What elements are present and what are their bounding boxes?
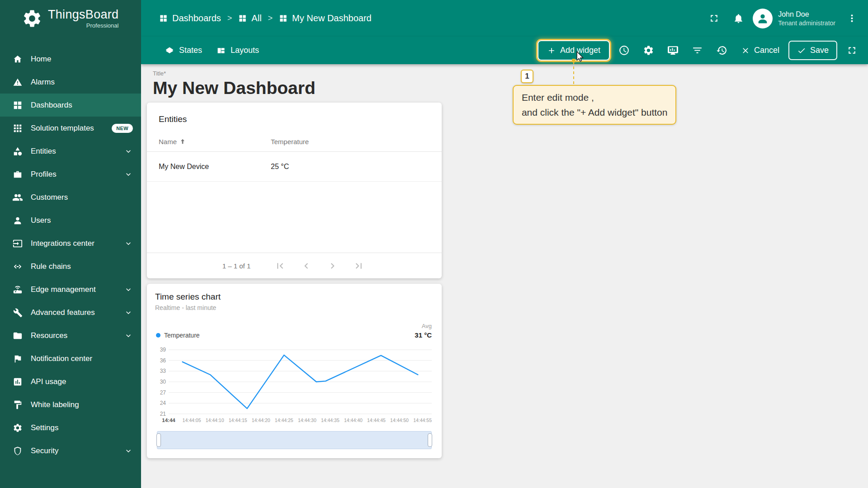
version-control-button[interactable] [712, 41, 732, 61]
sidebar-item-profiles[interactable]: Profiles [0, 163, 141, 186]
timewindow-label: Realtime - last minute [155, 304, 216, 311]
annotation-line-2: and click the "+ Add widget" button [522, 105, 668, 120]
svg-text:14:44:50: 14:44:50 [390, 418, 409, 423]
sidebar-item-label: White labeling [31, 400, 79, 409]
input-icon [13, 239, 23, 249]
layouts-button[interactable]: Layouts [209, 42, 266, 59]
person-icon [13, 216, 23, 225]
edit-toolbar: States Layouts Add widget 1 Enter edit m… [141, 37, 868, 64]
sort-asc-icon [179, 138, 186, 145]
svg-text:14:44:20: 14:44:20 [252, 418, 270, 423]
sidebar-item-white-labeling[interactable]: White labeling [0, 393, 141, 416]
layouts-icon [217, 46, 226, 55]
briefcase-icon [13, 169, 23, 179]
sidebar-item-label: Entities [31, 147, 56, 156]
sidebar-item-customers[interactable]: Customers [0, 186, 141, 209]
svg-text:14:44:35: 14:44:35 [321, 418, 340, 423]
breadcrumb-item-all[interactable]: All [238, 13, 261, 23]
breadcrumb: Dashboards>All>My New Dashboard [159, 13, 372, 23]
sidebar-item-home[interactable]: Home [0, 47, 141, 70]
sidebar-item-resources[interactable]: Resources [0, 324, 141, 347]
sidebar-item-users[interactable]: Users [0, 209, 141, 232]
time-window-button[interactable] [614, 41, 634, 61]
states-button[interactable]: States [158, 42, 209, 59]
rulechain-icon [13, 262, 23, 272]
sidebar-item-label: Home [31, 55, 51, 64]
sidebar-item-label: Customers [31, 193, 68, 202]
entities-widget[interactable]: Entities NameTemperature My New Device25… [147, 103, 442, 278]
sidebar-item-api-usage[interactable]: API usage [0, 370, 141, 393]
previous-page-button[interactable] [298, 258, 314, 273]
sidebar-item-label: Advanced features [31, 308, 95, 317]
svg-text:33: 33 [160, 368, 166, 374]
sidebar-item-advanced-features[interactable]: Advanced features [0, 301, 141, 324]
svg-text:14:44:55: 14:44:55 [413, 418, 432, 423]
aggregation-value: 31 °C [415, 331, 432, 339]
entities-table-header: NameTemperature [147, 131, 442, 152]
table-row[interactable]: My New Device25 °C [147, 152, 442, 182]
filters-button[interactable] [688, 41, 708, 61]
annotation-callout: Enter edit mode , and click the "+ Add w… [513, 85, 677, 125]
column-header-temperature[interactable]: Temperature [271, 138, 430, 145]
gear-icon [13, 423, 23, 433]
clock-icon [618, 45, 630, 56]
app-logo[interactable]: ThingsBoard Professional [0, 0, 141, 37]
bell-icon [733, 13, 744, 24]
svg-text:21: 21 [160, 411, 166, 417]
entity-aliases-button[interactable] [663, 41, 683, 61]
svg-text:14:44:05: 14:44:05 [183, 418, 201, 423]
sidebar-item-dashboards[interactable]: Dashboards [0, 94, 141, 117]
range-handle-right[interactable] [428, 433, 432, 447]
last-page-button[interactable] [351, 258, 366, 273]
thingsboard-logo-icon [22, 8, 42, 29]
user-menu-button[interactable] [842, 9, 862, 28]
user-name: John Doe [778, 10, 835, 19]
breadcrumb-item-dashboards[interactable]: Dashboards [159, 13, 221, 23]
column-header-name[interactable]: Name [159, 138, 271, 145]
legend-item-temperature[interactable]: Temperature [156, 332, 200, 339]
sidebar-item-solution-templates[interactable]: Solution templatesNEW [0, 117, 141, 140]
toolbar-fullscreen-button[interactable] [842, 41, 862, 61]
title-field-label: Title* [153, 70, 868, 77]
sidebar-item-integrations-center[interactable]: Integrations center [0, 232, 141, 255]
add-widget-button[interactable]: Add widget 1 Enter edit mode , and click… [538, 40, 610, 61]
notifications-button[interactable] [728, 9, 748, 28]
cancel-label: Cancel [754, 46, 779, 55]
entities-widget-title: Entities [147, 103, 442, 124]
first-page-button[interactable] [272, 258, 288, 273]
sidebar-item-security[interactable]: Security [0, 439, 141, 462]
table-cell: 25 °C [271, 163, 430, 171]
entities-table-body: My New Device25 °C [147, 152, 442, 182]
save-label: Save [810, 46, 829, 55]
sidebar-item-rule-chains[interactable]: Rule chains [0, 255, 141, 278]
timeseries-widget[interactable]: Time series chart Realtime - last minute… [147, 284, 442, 458]
sidebar-item-alarms[interactable]: Alarms [0, 70, 141, 94]
plus-icon [547, 46, 556, 55]
entities-icon [13, 146, 23, 156]
cancel-button[interactable]: Cancel [736, 42, 784, 59]
sidebar-item-notification-center[interactable]: Notification center [0, 347, 141, 370]
avatar[interactable] [753, 9, 773, 28]
fullscreen-button[interactable] [704, 9, 724, 28]
breadcrumb-separator: > [227, 14, 232, 23]
save-button[interactable]: Save [788, 41, 837, 60]
next-page-button[interactable] [325, 258, 340, 273]
chart-range-selector[interactable] [157, 431, 432, 449]
range-handle-left[interactable] [156, 433, 161, 447]
fullscreen-icon [708, 13, 720, 24]
dashboard-title[interactable]: My New Dashboard [153, 78, 868, 98]
gear-icon [643, 45, 654, 56]
legend-dot [156, 333, 160, 338]
svg-text:14:44:45: 14:44:45 [367, 418, 386, 423]
sidebar-item-entities[interactable]: Entities [0, 140, 141, 163]
sidebar-item-edge-management[interactable]: Edge management [0, 278, 141, 301]
history-icon [716, 45, 727, 56]
home-icon [13, 54, 23, 64]
person-icon [756, 12, 769, 25]
table-pagination: 1 – 1 of 1 [147, 253, 442, 278]
sidebar-item-label: Notification center [31, 354, 92, 363]
fullscreen-icon [846, 45, 858, 56]
dashboard-settings-button[interactable] [639, 41, 659, 61]
sidebar-item-label: API usage [31, 377, 66, 386]
sidebar-item-settings[interactable]: Settings [0, 416, 141, 439]
